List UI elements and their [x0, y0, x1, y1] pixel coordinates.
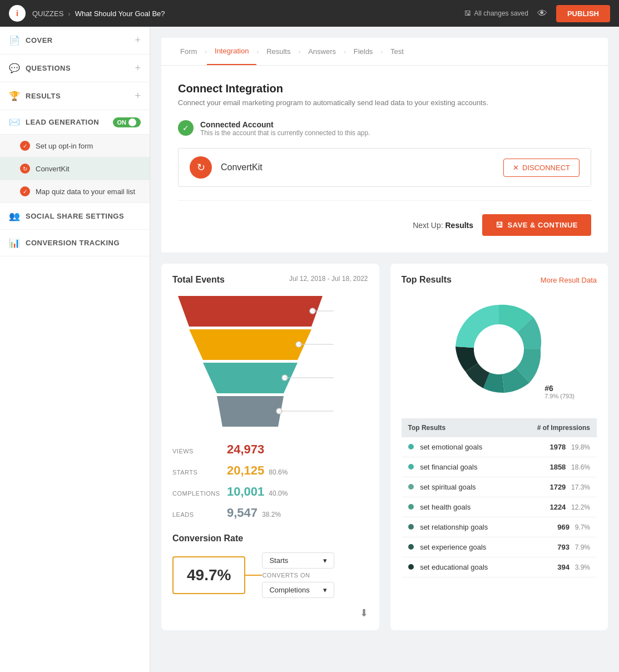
result-count: 394 [557, 563, 570, 571]
step-fields[interactable]: Fields [346, 38, 381, 65]
result-name: set emotional goals [420, 443, 482, 451]
result-name: set spiritual goals [420, 483, 476, 491]
sidebar-item-cover[interactable]: 📄 COVER + [0, 27, 150, 55]
top-results-panel: Top Results More Result Data [390, 264, 608, 630]
result-pct: 19.8% [571, 443, 590, 451]
quiz-title: What Should Your Goal Be? [75, 9, 165, 18]
result-dot [408, 524, 414, 530]
funnel-header: Total Events Jul 12, 2018 - Jul 18, 2022 [172, 275, 368, 285]
preview-icon[interactable]: 👁 [537, 8, 547, 19]
optin-label: Set up opt-in form [36, 142, 93, 150]
results-table-body: set emotional goals 1978 19.8% set finan… [402, 437, 597, 577]
cover-plus-icon[interactable]: + [135, 34, 141, 46]
sidebar-item-conversion[interactable]: 📊 CONVERSION TRACKING [0, 230, 150, 256]
result-counts: 1729 17.3% [516, 477, 597, 497]
result-counts: 1224 12.2% [516, 497, 597, 517]
table-row: set spiritual goals 1729 17.3% [402, 477, 597, 497]
results-plus-icon[interactable]: + [135, 90, 141, 102]
convertkit-check-icon: ↻ [20, 164, 30, 174]
publish-button[interactable]: PUBLISH [556, 5, 610, 22]
quizzes-link[interactable]: QUIZZES [32, 9, 63, 18]
completions-pct: 40.0% [269, 490, 288, 497]
result-counts: 1858 18.6% [516, 457, 597, 477]
step-results[interactable]: Results [259, 38, 298, 65]
select-chevron-2: ▾ [323, 586, 327, 594]
step-fields-label: Fields [354, 47, 373, 56]
conversion-line [245, 575, 262, 576]
app-logo[interactable]: i [9, 5, 26, 22]
analytics-left-panel: Total Events Jul 12, 2018 - Jul 18, 2022 [161, 264, 379, 630]
connected-check-icon: ✓ [178, 120, 194, 136]
sidebar-item-results[interactable]: 🏆 RESULTS + [0, 82, 150, 110]
sidebar-subitem-optin[interactable]: ✓ Set up opt-in form [0, 135, 150, 157]
step-form[interactable]: Form [172, 38, 205, 65]
svg-point-12 [474, 324, 524, 374]
result-name: set experience goals [420, 543, 486, 551]
starts-select[interactable]: Starts ▾ [262, 552, 334, 569]
donut-svg [443, 294, 554, 405]
save-continue-label: SAVE & CONTINUE [508, 221, 578, 229]
sidebar-item-questions[interactable]: 💬 QUESTIONS + [0, 55, 150, 82]
result-pct: 9.7% [575, 523, 590, 531]
results-icon: 🏆 [9, 91, 20, 101]
result-name-cell: set spiritual goals [402, 477, 516, 497]
questions-plus-icon[interactable]: + [135, 62, 141, 74]
converts-on-label: CONVERTS ON [262, 572, 334, 579]
funnel-chart [172, 296, 368, 431]
result-counts: 1978 19.8% [516, 437, 597, 457]
highlighted-segment-pct: 7.9% (793) [544, 393, 575, 399]
donut-chart: #6 7.9% (793) [402, 294, 597, 405]
more-result-data-link[interactable]: More Result Data [541, 276, 597, 284]
result-count: 793 [557, 543, 570, 551]
connected-section: ✓ Connected Account This is the account … [178, 120, 591, 137]
sidebar-item-social[interactable]: 👥 SOCIAL SHARE SETTINGS [0, 203, 150, 230]
step-test[interactable]: Test [383, 38, 412, 65]
provider-info: ↻ ConvertKit [190, 156, 263, 179]
sidebar: 📄 COVER + 💬 QUESTIONS + 🏆 RESULTS + ✉️ L… [0, 27, 150, 672]
content-area: Form › Integration › Results › Answers ›… [150, 27, 619, 672]
col-results: Top Results [402, 418, 516, 437]
results-table-header: Top Results # of Impressions [402, 418, 597, 437]
table-row: set health goals 1224 12.2% [402, 497, 597, 517]
map-check-icon: ✓ [20, 186, 30, 196]
map-label: Map quiz data to your email list [36, 187, 135, 196]
sidebar-subitem-convertkit[interactable]: ↻ ConvertKit [0, 157, 150, 180]
download-icon[interactable]: ⬇ [172, 607, 368, 619]
result-name-cell: set financial goals [402, 457, 516, 477]
lead-gen-toggle[interactable]: ON [113, 117, 141, 127]
svg-marker-0 [178, 296, 323, 327]
result-dot [408, 544, 414, 550]
funnel-stats: VIEWS 24,973 STARTS 20,125 80.6% COMPLET… [172, 442, 368, 520]
result-name-cell: set emotional goals [402, 437, 516, 457]
questions-icon: 💬 [9, 63, 20, 73]
lead-gen-label: LEAD GENERATION [26, 118, 99, 126]
save-continue-button[interactable]: 🖫 SAVE & CONTINUE [482, 214, 591, 236]
svg-marker-3 [217, 396, 284, 427]
integration-card: Connect Integration Connect your email m… [161, 66, 608, 253]
result-pct: 12.2% [571, 503, 590, 511]
table-row: set educational goals 394 3.9% [402, 557, 597, 577]
result-count: 1978 [549, 443, 566, 451]
result-name: set health goals [420, 503, 471, 511]
step-answers[interactable]: Answers [300, 38, 344, 65]
nav-right: 🖫 All changes saved 👁 PUBLISH [464, 5, 610, 22]
leads-label: LEADS [172, 511, 222, 518]
result-count: 1729 [549, 483, 566, 491]
result-name: set educational goals [420, 563, 488, 571]
total-events-title: Total Events [172, 275, 225, 285]
completions-select[interactable]: Completions ▾ [262, 582, 334, 598]
sidebar-subitem-map[interactable]: ✓ Map quiz data to your email list [0, 180, 150, 203]
top-results-header: Top Results More Result Data [402, 275, 597, 285]
completions-label: COMPLETIONS [172, 490, 222, 497]
result-dot [408, 484, 414, 490]
results-header-row: Top Results # of Impressions [402, 418, 597, 437]
results-label: RESULTS [26, 92, 61, 100]
stat-views: VIEWS 24,973 [172, 442, 368, 457]
lead-generation-row[interactable]: ✉️ LEAD GENERATION ON [0, 110, 150, 135]
disconnect-button[interactable]: ✕ DISCONNECT [503, 159, 580, 177]
svg-marker-1 [189, 329, 311, 360]
table-row: set emotional goals 1978 19.8% [402, 437, 597, 457]
result-counts: 969 9.7% [516, 517, 597, 537]
step-integration[interactable]: Integration [207, 38, 256, 65]
result-counts: 394 3.9% [516, 557, 597, 577]
